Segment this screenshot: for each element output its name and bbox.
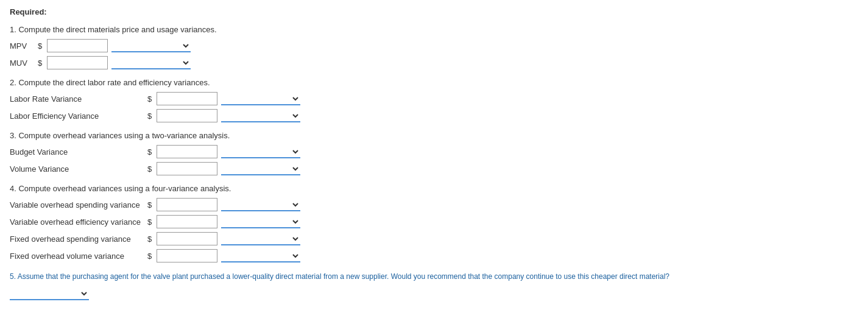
- labor-efficiency-label: Labor Efficiency Variance: [10, 111, 144, 121]
- var-overhead-spending-select[interactable]: Favorable Unfavorable: [221, 198, 300, 211]
- budget-variance-input[interactable]: [157, 145, 217, 158]
- labor-rate-input[interactable]: [157, 92, 217, 105]
- var-overhead-spending-row: Variable overhead spending variance $ Fa…: [10, 198, 858, 211]
- bv-currency: $: [147, 147, 152, 157]
- fixed-overhead-volume-input[interactable]: [157, 249, 217, 262]
- required-label: Required:: [10, 7, 858, 16]
- var-overhead-spending-input[interactable]: [157, 198, 217, 211]
- mpv-input[interactable]: [47, 39, 108, 52]
- var-overhead-efficiency-input[interactable]: [157, 215, 217, 228]
- section3-title: 3. Compute overhead variances using a tw…: [10, 131, 858, 140]
- section5-title: 5. Assume that the purchasing agent for …: [10, 271, 838, 282]
- mpv-label: MPV: [10, 41, 34, 51]
- fos-currency: $: [147, 234, 152, 244]
- labor-rate-label: Labor Rate Variance: [10, 94, 144, 104]
- var-overhead-efficiency-select[interactable]: Favorable Unfavorable: [221, 215, 300, 228]
- labor-efficiency-variance-row: Labor Efficiency Variance $ Favorable Un…: [10, 109, 858, 122]
- section2-title: 2. Compute the direct labor rate and eff…: [10, 78, 858, 87]
- fixed-overhead-spending-label: Fixed overhead spending variance: [10, 234, 144, 244]
- lev-currency: $: [147, 111, 152, 121]
- vv-currency: $: [147, 164, 152, 174]
- section5-select-row: Yes No: [10, 287, 858, 300]
- fixed-overhead-volume-select[interactable]: Favorable Unfavorable: [221, 249, 300, 262]
- fixed-overhead-spending-row: Fixed overhead spending variance $ Favor…: [10, 232, 858, 245]
- section4-title: 4. Compute overhead variances using a fo…: [10, 184, 858, 193]
- mpv-select[interactable]: Favorable Unfavorable: [111, 39, 191, 52]
- fov-currency: $: [147, 252, 152, 261]
- budget-variance-label: Budget Variance: [10, 147, 144, 157]
- labor-rate-select[interactable]: Favorable Unfavorable: [221, 92, 300, 105]
- volume-variance-row: Volume Variance $ Favorable Unfavorable: [10, 162, 858, 175]
- fixed-overhead-volume-row: Fixed overhead volume variance $ Favorab…: [10, 249, 858, 262]
- var-overhead-efficiency-label: Variable overhead efficiency variance: [10, 217, 144, 227]
- muv-label: MUV: [10, 58, 34, 68]
- vos-currency: $: [147, 200, 152, 210]
- muv-currency: $: [38, 58, 42, 68]
- volume-variance-input[interactable]: [157, 162, 217, 175]
- lrv-currency: $: [147, 94, 152, 104]
- var-overhead-efficiency-row: Variable overhead efficiency variance $ …: [10, 215, 858, 228]
- volume-variance-select[interactable]: Favorable Unfavorable: [221, 162, 300, 175]
- mpv-currency: $: [38, 41, 42, 51]
- fixed-overhead-spending-input[interactable]: [157, 232, 217, 245]
- fixed-overhead-volume-label: Fixed overhead volume variance: [10, 252, 144, 261]
- budget-variance-select[interactable]: Favorable Unfavorable: [221, 145, 300, 158]
- voe-currency: $: [147, 217, 152, 227]
- muv-row: MUV $ Favorable Unfavorable: [10, 56, 858, 69]
- labor-efficiency-select[interactable]: Favorable Unfavorable: [221, 109, 300, 122]
- mpv-row: MPV $ Favorable Unfavorable: [10, 39, 858, 52]
- volume-variance-label: Volume Variance: [10, 164, 144, 174]
- muv-select[interactable]: Favorable Unfavorable: [111, 56, 191, 69]
- labor-efficiency-input[interactable]: [157, 109, 217, 122]
- section1-title: 1. Compute the direct materials price an…: [10, 25, 858, 34]
- muv-input[interactable]: [47, 56, 108, 69]
- labor-rate-variance-row: Labor Rate Variance $ Favorable Unfavora…: [10, 92, 858, 105]
- section5-select[interactable]: Yes No: [10, 287, 89, 300]
- budget-variance-row: Budget Variance $ Favorable Unfavorable: [10, 145, 858, 158]
- var-overhead-spending-label: Variable overhead spending variance: [10, 200, 144, 210]
- fixed-overhead-spending-select[interactable]: Favorable Unfavorable: [221, 232, 300, 245]
